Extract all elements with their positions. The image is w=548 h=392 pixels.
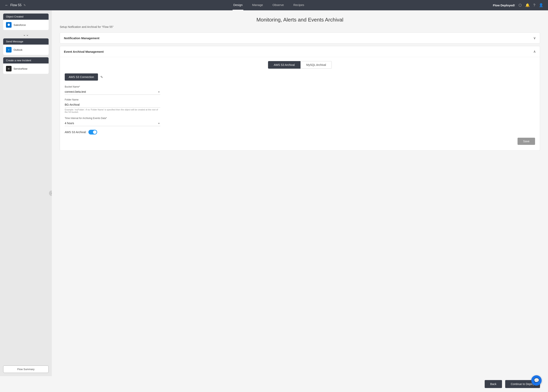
bucket-name-input-wrapper: ▾ [65, 89, 160, 95]
help-icon[interactable]: ? [533, 3, 535, 7]
sidebar-collapse-button[interactable]: ‹ [49, 190, 52, 196]
folder-name-label: Folder Name [65, 98, 535, 101]
archival-toggle[interactable] [88, 130, 97, 134]
archival-toggle-label: AWS S3 Archival: [65, 131, 86, 134]
save-button[interactable]: Save [518, 138, 535, 145]
archival-panel-toggle-icon[interactable]: ∧ [533, 49, 536, 54]
tab-mysql[interactable]: MySQL Archival [300, 61, 332, 69]
time-interval-group: Time Interval for Archiving Events Data*… [65, 117, 535, 126]
servicenow-label: ServiceNow [14, 67, 27, 70]
sidebar-card-header-send-message: Send Message [3, 38, 49, 45]
aws-s3-connection-button[interactable]: AWS S3 Connection [65, 73, 98, 81]
back-button[interactable]: Back [485, 380, 502, 388]
external-link-icon[interactable]: ⬡ [519, 3, 522, 7]
servicenow-logo: sn [6, 66, 12, 71]
archival-toggle-slider [88, 130, 97, 134]
salesforce-label: Salesforce [14, 23, 26, 27]
notification-management-panel: Notification Management ∨ [60, 32, 540, 44]
chat-bubble-button[interactable]: 💬 [531, 375, 542, 386]
header-left: ← Flow 55 ✎ [5, 3, 45, 7]
flow-summary-button[interactable]: Flow Summary [3, 365, 49, 373]
outlook-label: Outlook [14, 48, 22, 51]
connection-row: AWS S3 Connection ✎ [65, 73, 535, 81]
flow-deployed-label: Flow Deployed! [493, 4, 515, 7]
time-interval-input[interactable] [65, 120, 160, 126]
archival-panel-body: AWS S3 Archival MySQL Archival AWS S3 Co… [60, 57, 540, 150]
archival-panel-title: Event Archival Management [64, 50, 104, 53]
notification-panel-toggle-icon[interactable]: ∨ [533, 36, 536, 40]
tab-aws-s3[interactable]: AWS S3 Archival [268, 61, 300, 69]
nav-design[interactable]: Design [233, 0, 243, 10]
bucket-name-label: Bucket Name* [65, 85, 535, 88]
salesforce-logo [6, 22, 12, 28]
sidebar-card-header-incident: Create a new Incident [3, 57, 49, 63]
folder-name-input[interactable] [65, 102, 160, 108]
bucket-name-input[interactable] [65, 89, 160, 95]
time-interval-input-wrapper: ▾ [65, 120, 160, 126]
sidebar-card-header-object-created: Object Created [3, 14, 49, 20]
sidebar-card-body-salesforce[interactable]: Salesforce [3, 20, 49, 30]
edit-flow-name-icon[interactable]: ✎ [23, 4, 26, 7]
flow-name-label: Flow 55 [10, 3, 21, 7]
page-subtitle: Setup Notfication and Archival for "Flow… [60, 25, 540, 28]
folder-name-group: Folder Name Example: 'myFolder'. If no '… [65, 98, 535, 113]
svg-text:sn: sn [8, 68, 10, 70]
sidebar-card-send-message: Send Message O Outlook [3, 38, 49, 55]
user-icon[interactable]: 👤 [539, 3, 543, 7]
main-layout: Object Created Salesforce ⌄⌄ Send Messag… [0, 10, 548, 376]
time-interval-label: Time Interval for Archiving Events Data* [65, 117, 535, 119]
bucket-name-group: Bucket Name* ▾ [65, 85, 535, 95]
sidebar-card-body-servicenow[interactable]: sn ServiceNow [3, 63, 49, 74]
save-btn-row: Save [65, 138, 535, 145]
sidebar-card-object-created: Object Created Salesforce [3, 14, 49, 30]
archival-toggle-row: AWS S3 Archival: [65, 130, 535, 134]
header: ← Flow 55 ✎ Design Manage Observe Recipe… [0, 0, 548, 10]
folder-name-hint: Example: 'myFolder'. If no 'Folder Name'… [65, 108, 160, 113]
sidebar-card-body-outlook[interactable]: O Outlook [3, 45, 49, 55]
nav-recipes[interactable]: Recipes [292, 0, 305, 10]
sidebar: Object Created Salesforce ⌄⌄ Send Messag… [0, 10, 52, 376]
header-right: Flow Deployed! ⬡ 🔔 ? 👤 [493, 3, 543, 7]
notification-panel-title: Notification Management [64, 36, 99, 40]
notification-icon[interactable]: 🔔 [525, 3, 530, 7]
archival-tabs: AWS S3 Archival MySQL Archival [65, 61, 535, 69]
svg-text:O: O [8, 49, 9, 51]
nav-manage[interactable]: Manage [251, 0, 264, 10]
outlook-logo: O [6, 47, 12, 53]
page-title: Monitoring, Alerts and Events Archival [60, 17, 540, 23]
nav-observe[interactable]: Observe [272, 0, 285, 10]
content-area: Monitoring, Alerts and Events Archival S… [52, 10, 548, 376]
folder-name-input-wrapper [65, 102, 160, 108]
bottom-actions: Back Continue to Deploy [0, 376, 548, 392]
flow-connector-chevron: ⌄⌄ [3, 32, 49, 37]
sidebar-card-incident: Create a new Incident sn ServiceNow [3, 57, 49, 74]
header-nav: Design Manage Observe Recipes [45, 0, 493, 10]
back-arrow-icon[interactable]: ← [5, 3, 8, 7]
archival-panel-header[interactable]: Event Archival Management ∧ [60, 46, 540, 57]
notification-panel-header[interactable]: Notification Management ∨ [60, 33, 540, 43]
edit-connection-icon[interactable]: ✎ [100, 75, 103, 79]
archival-management-panel: Event Archival Management ∧ AWS S3 Archi… [60, 46, 540, 151]
